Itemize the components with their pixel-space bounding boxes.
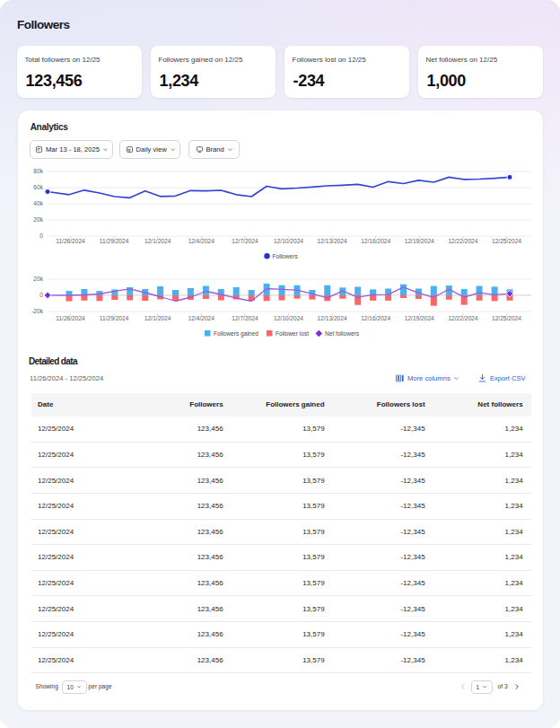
svg-text:12/19/2024: 12/19/2024	[405, 238, 434, 244]
svg-text:12/19/2024: 12/19/2024	[405, 315, 434, 321]
svg-text:12/1/2024: 12/1/2024	[144, 238, 171, 244]
svg-text:40k: 40k	[33, 200, 43, 206]
svg-text:60k: 60k	[33, 184, 43, 190]
svg-text:12/7/2024: 12/7/2024	[232, 238, 258, 244]
svg-text:Followers gained: Followers gained	[214, 330, 258, 338]
svg-text:12/13/2024: 12/13/2024	[318, 238, 347, 244]
svg-text:12/4/2024: 12/4/2024	[188, 238, 215, 244]
svg-text:Followers: Followers	[273, 253, 299, 259]
svg-text:11/26/2024: 11/26/2024	[56, 238, 85, 244]
svg-text:12/4/2024: 12/4/2024	[188, 315, 215, 321]
svg-text:12/10/2024: 12/10/2024	[274, 238, 303, 244]
svg-text:12/7/2024: 12/7/2024	[232, 315, 258, 321]
svg-text:12/16/2024: 12/16/2024	[361, 315, 390, 321]
svg-text:12/13/2024: 12/13/2024	[318, 315, 347, 321]
svg-text:12/22/2024: 12/22/2024	[448, 315, 477, 321]
svg-text:Follower lost: Follower lost	[276, 330, 309, 337]
svg-text:11/29/2024: 11/29/2024	[100, 238, 129, 244]
svg-text:12/16/2024: 12/16/2024	[361, 238, 390, 244]
svg-text:20k: 20k	[33, 276, 43, 282]
svg-text:12/25/2024: 12/25/2024	[492, 238, 521, 244]
svg-text:12/10/2024: 12/10/2024	[274, 315, 303, 321]
svg-text:12/25/2024: 12/25/2024	[492, 315, 521, 321]
svg-text:11/29/2024: 11/29/2024	[100, 315, 129, 321]
svg-text:11/26/2024: 11/26/2024	[56, 315, 85, 321]
svg-text:Net followers: Net followers	[325, 330, 360, 337]
svg-text:-20k: -20k	[31, 308, 44, 314]
svg-text:0: 0	[39, 292, 43, 298]
svg-text:20k: 20k	[33, 216, 43, 223]
svg-text:12/1/2024: 12/1/2024	[144, 315, 171, 321]
svg-text:0: 0	[39, 232, 43, 239]
svg-text:80k: 80k	[33, 168, 43, 174]
svg-text:12/22/2024: 12/22/2024	[448, 238, 477, 244]
